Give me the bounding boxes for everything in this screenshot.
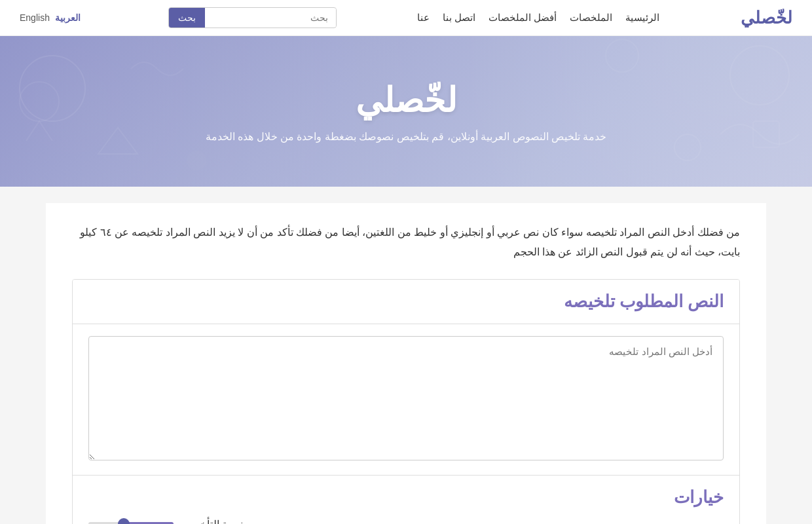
compression-label: نسبة التأخيص (184, 518, 243, 524)
svg-point-5 (187, 151, 206, 170)
instruction-text: من فضلك أدخل النص المراد تلخيصه سواء كان… (72, 223, 740, 263)
nav-item-summaries[interactable]: الملخصات (570, 12, 612, 24)
search-input[interactable] (205, 9, 336, 27)
svg-point-0 (20, 56, 85, 121)
slider-row: نسبة التأخيص (88, 518, 724, 524)
hero-section: لخّصلي خدمة تلخيص النصوص العربية أونلاين… (0, 36, 812, 187)
navbar-logo[interactable]: لخّصلي (741, 8, 792, 28)
main-content: من فضلك أدخل النص المراد تلخيصه سواء كان… (46, 203, 766, 524)
search-bar: بحث (168, 7, 337, 28)
hero-subtitle: خدمة تلخيص النصوص العربية أونلاين، قم بت… (206, 130, 607, 143)
card-title: النص المطلوب تلخيصه (88, 291, 724, 312)
summarize-card: النص المطلوب تلخيصه خيارات نسبة التأخيص (72, 279, 740, 524)
options-title: خيارات (88, 487, 724, 508)
svg-point-2 (730, 46, 789, 105)
text-input-area[interactable] (88, 336, 724, 460)
hero-title: لخّصلي (356, 81, 457, 120)
card-header: النص المطلوب تلخيصه (73, 280, 739, 324)
svg-rect-4 (753, 121, 779, 147)
language-switcher: العربية English (20, 12, 81, 23)
nav-links: الرئيسية الملخصات أفضل الملخصات اتصل بنا… (417, 12, 659, 24)
svg-point-6 (606, 39, 638, 72)
svg-point-3 (674, 134, 701, 160)
nav-item-contact[interactable]: اتصل بنا (443, 12, 475, 24)
navbar: لخّصلي الرئيسية الملخصات أفضل الملخصات ا… (0, 0, 812, 36)
svg-point-1 (20, 82, 59, 121)
lang-english[interactable]: English (20, 12, 50, 23)
nav-item-home[interactable]: الرئيسية (625, 12, 659, 24)
lang-arabic[interactable]: العربية (55, 12, 81, 23)
options-section: خيارات نسبة التأخيص (73, 475, 739, 524)
nav-item-best[interactable]: أفضل الملخصات (489, 12, 557, 24)
nav-item-about[interactable]: عنا (417, 12, 430, 24)
search-button[interactable]: بحث (169, 8, 205, 28)
card-body (73, 324, 739, 475)
